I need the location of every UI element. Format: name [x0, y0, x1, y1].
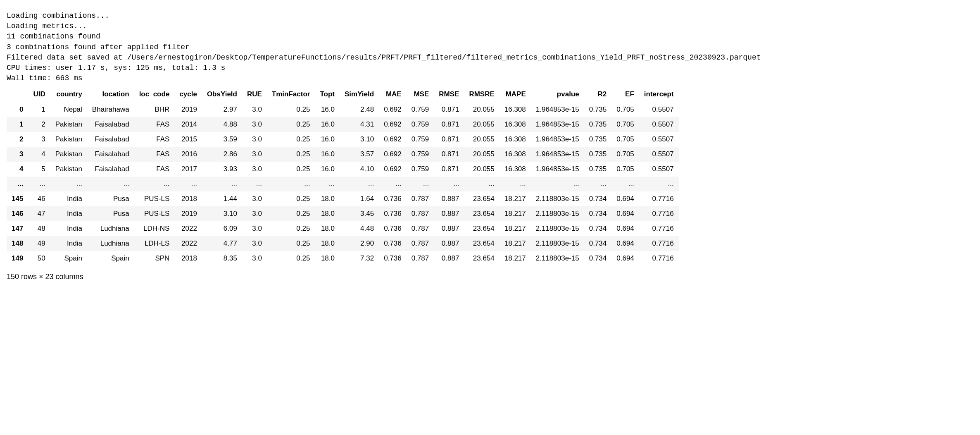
table-cell: 50	[28, 251, 50, 266]
table-row: 01NepalBhairahawaBHR20192.973.00.2516.02…	[7, 102, 679, 117]
table-cell: 0.787	[407, 236, 434, 251]
table-cell: 2.118803e-15	[531, 251, 584, 266]
table-cell: 2.118803e-15	[531, 221, 584, 236]
table-cell: 1	[28, 102, 50, 117]
table-cell: 3.10	[202, 206, 242, 221]
table-cell: ...	[584, 177, 612, 191]
table-cell: Spain	[87, 251, 134, 266]
row-index: 2	[7, 132, 28, 147]
table-cell: 2018	[174, 191, 202, 206]
table-cell: 23.654	[464, 206, 499, 221]
table-cell: Spain	[50, 251, 87, 266]
table-cell: 18.0	[315, 236, 340, 251]
table-cell: 2022	[174, 221, 202, 236]
dataframe-shape-footer: 150 rows × 23 columns	[7, 272, 973, 281]
table-cell: 0.787	[407, 251, 434, 266]
table-cell: ...	[340, 177, 379, 191]
table-row: 14849IndiaLudhianaLDH-LS20224.773.00.251…	[7, 236, 679, 251]
table-cell: 2.90	[340, 236, 379, 251]
column-header: EF	[611, 87, 639, 102]
table-cell: 0.871	[434, 162, 464, 177]
column-header: RMSRE	[464, 87, 499, 102]
table-cell: Faisalabad	[87, 132, 134, 147]
table-cell: 1.964853e-15	[531, 162, 584, 177]
table-header-row: UIDcountrylocationloc_codecycleObsYieldR…	[7, 87, 679, 102]
table-row: 14950SpainSpainSPN20188.353.00.2518.07.3…	[7, 251, 679, 266]
table-cell: 3.57	[340, 147, 379, 162]
table-cell: 0.25	[267, 236, 315, 251]
table-cell: ...	[611, 177, 639, 191]
table-cell: 4	[28, 147, 50, 162]
table-row: 23PakistanFaisalabadFAS20153.593.00.2516…	[7, 132, 679, 147]
table-cell: BHR	[134, 102, 175, 117]
table-cell: 3.0	[242, 102, 267, 117]
table-cell: PUS-LS	[134, 206, 175, 221]
table-cell: 0.887	[434, 221, 464, 236]
table-cell: 0.871	[434, 147, 464, 162]
table-cell: FAS	[134, 117, 175, 132]
table-cell: ...	[267, 177, 315, 191]
table-cell: 23.654	[464, 236, 499, 251]
table-cell: 0.759	[407, 132, 434, 147]
row-index: 149	[7, 251, 28, 266]
table-cell: Pakistan	[50, 162, 87, 177]
table-cell: 0.787	[407, 191, 434, 206]
table-cell: 0.5507	[639, 117, 679, 132]
index-corner	[7, 87, 28, 102]
table-cell: 3.0	[242, 191, 267, 206]
table-cell: 0.887	[434, 206, 464, 221]
table-cell: 0.734	[584, 236, 612, 251]
table-cell: ...	[464, 177, 499, 191]
column-header: MSE	[407, 87, 434, 102]
row-index: 148	[7, 236, 28, 251]
table-cell: 1.964853e-15	[531, 147, 584, 162]
table-row: 14647IndiaPusaPUS-LS20193.103.00.2518.03…	[7, 206, 679, 221]
column-header: location	[87, 87, 134, 102]
table-cell: 46	[28, 191, 50, 206]
table-cell: Faisalabad	[87, 162, 134, 177]
table-cell: 0.759	[407, 102, 434, 117]
table-cell: ...	[28, 177, 50, 191]
table-cell: 0.694	[611, 251, 639, 266]
table-cell: Bhairahawa	[87, 102, 134, 117]
table-cell: ...	[87, 177, 134, 191]
table-cell: 0.7716	[639, 191, 679, 206]
table-cell: 2022	[174, 236, 202, 251]
table-cell: 0.887	[434, 236, 464, 251]
table-cell: 0.7716	[639, 206, 679, 221]
table-cell: Pakistan	[50, 132, 87, 147]
row-index: 1	[7, 117, 28, 132]
table-cell: 18.217	[500, 221, 531, 236]
table-cell: Pusa	[87, 206, 134, 221]
row-index: 146	[7, 206, 28, 221]
table-cell: 3.0	[242, 117, 267, 132]
table-cell: 0.887	[434, 251, 464, 266]
column-header: Topt	[315, 87, 340, 102]
table-cell: ...	[242, 177, 267, 191]
table-cell: 0.25	[267, 117, 315, 132]
table-cell: 2016	[174, 147, 202, 162]
table-cell: 2017	[174, 162, 202, 177]
table-cell: 5	[28, 162, 50, 177]
table-cell: 0.692	[379, 117, 407, 132]
table-cell: ...	[434, 177, 464, 191]
table-cell: 0.871	[434, 117, 464, 132]
table-cell: 0.871	[434, 102, 464, 117]
table-cell: PUS-LS	[134, 191, 175, 206]
table-cell: 2	[28, 117, 50, 132]
table-cell: 0.692	[379, 147, 407, 162]
table-row: 34PakistanFaisalabadFAS20162.863.00.2516…	[7, 147, 679, 162]
table-cell: 3.0	[242, 132, 267, 147]
table-cell: Ludhiana	[87, 236, 134, 251]
table-cell: 16.308	[500, 132, 531, 147]
table-cell: 16.308	[500, 162, 531, 177]
table-cell: 0.25	[267, 147, 315, 162]
table-cell: 18.217	[500, 206, 531, 221]
table-cell: 1.964853e-15	[531, 117, 584, 132]
table-cell: 23.654	[464, 191, 499, 206]
output-log: Loading combinations... Loading metrics.…	[7, 11, 973, 84]
table-cell: 0.759	[407, 117, 434, 132]
column-header: country	[50, 87, 87, 102]
table-cell: 6.09	[202, 221, 242, 236]
table-cell: 0.705	[611, 147, 639, 162]
